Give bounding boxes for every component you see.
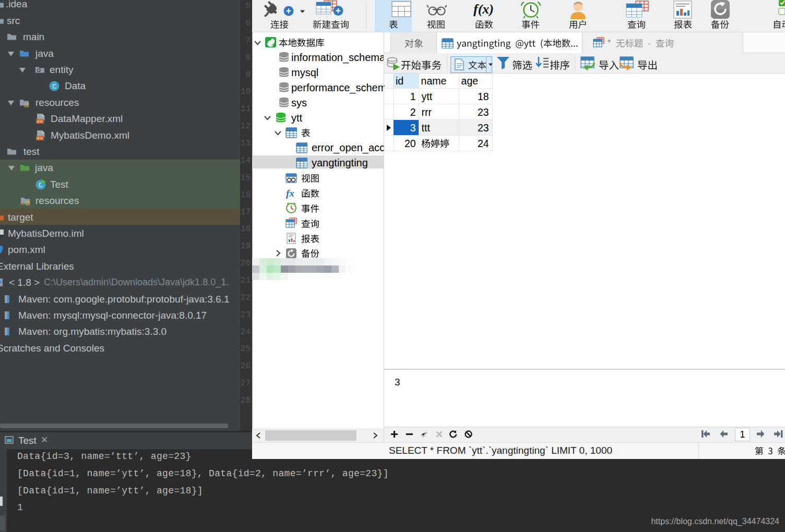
svg-text:<>: <> (37, 119, 43, 124)
svg-text:<>: <> (37, 136, 43, 141)
svg-text:fx: fx (286, 188, 294, 199)
svg-text:C: C (52, 83, 56, 91)
svg-text:f(x): f(x) (473, 2, 494, 17)
